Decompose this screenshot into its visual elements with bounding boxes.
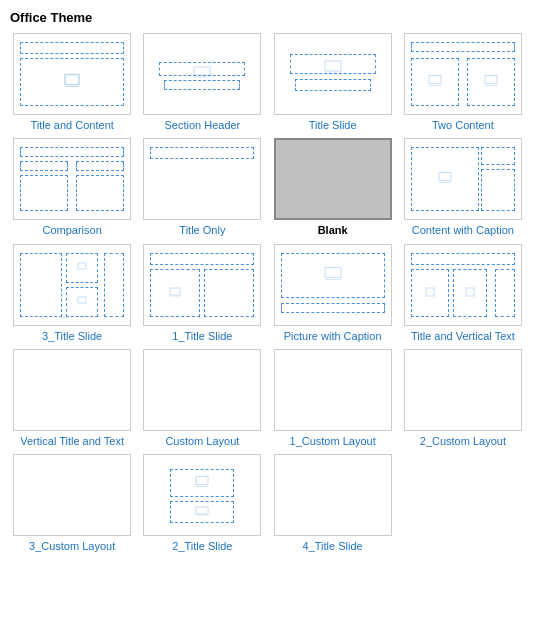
layout-label: Vertical Title and Text [20,434,124,448]
svg-rect-2 [194,67,210,75]
layout-label: Section Header [164,118,240,132]
svg-rect-18 [426,288,434,296]
layout-title-and-vertical-text[interactable]: Title and Vertical Text [401,244,525,343]
layout-vertical-title-and-text[interactable]: Vertical Title and Text [10,349,134,448]
svg-rect-0 [65,75,79,85]
layout-title-and-content[interactable]: Title and Content [10,33,134,132]
svg-rect-13 [78,297,86,303]
layout-label: 2_Title Slide [172,539,232,553]
layout-label: Title and Content [30,118,113,132]
layout-label: 3_Title Slide [42,329,102,343]
svg-rect-19 [466,288,474,296]
layout-label: Blank [318,223,348,237]
layout-2-title-slide[interactable]: 2_Title Slide [140,454,264,553]
layout-picture-with-caption[interactable]: Picture with Caption [271,244,395,343]
layout-1-title-slide[interactable]: 1_Title Slide [140,244,264,343]
layout-label: 4_Title Slide [303,539,363,553]
layout-4-title-slide[interactable]: 4_Title Slide [271,454,395,553]
svg-rect-22 [196,507,208,514]
layout-content-with-caption[interactable]: Content with Caption [401,138,525,237]
svg-rect-6 [429,76,441,84]
svg-rect-20 [196,477,208,485]
layout-section-header[interactable]: Section Header [140,33,264,132]
svg-rect-10 [439,173,451,181]
layout-3-title-slide[interactable]: 3_Title Slide [10,244,134,343]
svg-rect-8 [485,76,497,84]
layout-custom-layout[interactable]: Custom Layout [140,349,264,448]
layout-label: Title Slide [309,118,357,132]
layout-blank[interactable]: Blank [271,138,395,237]
layout-label: Content with Caption [412,223,514,237]
svg-rect-4 [325,61,341,71]
layout-two-content[interactable]: Two Content [401,33,525,132]
layout-grid: Title and Content Section Header Title S… [10,33,525,553]
layout-comparison[interactable]: Comparison [10,138,134,237]
svg-rect-16 [325,268,341,278]
layout-2-custom-layout[interactable]: 2_Custom Layout [401,349,525,448]
layout-label: 1_Title Slide [172,329,232,343]
layout-label: 1_Custom Layout [290,434,376,448]
layout-label: Two Content [432,118,494,132]
layout-label: 3_Custom Layout [29,539,115,553]
layout-title-only[interactable]: Title Only [140,138,264,237]
layout-label: Comparison [42,223,101,237]
layout-label: 2_Custom Layout [420,434,506,448]
svg-rect-14 [170,288,180,295]
layout-3-custom-layout[interactable]: 3_Custom Layout [10,454,134,553]
theme-title: Office Theme [10,10,525,25]
layout-title-slide[interactable]: Title Slide [271,33,395,132]
layout-label: Picture with Caption [284,329,382,343]
layout-label: Title Only [179,223,225,237]
layout-label: Title and Vertical Text [411,329,515,343]
layout-1-custom-layout[interactable]: 1_Custom Layout [271,349,395,448]
layout-label: Custom Layout [165,434,239,448]
svg-rect-12 [78,263,86,269]
